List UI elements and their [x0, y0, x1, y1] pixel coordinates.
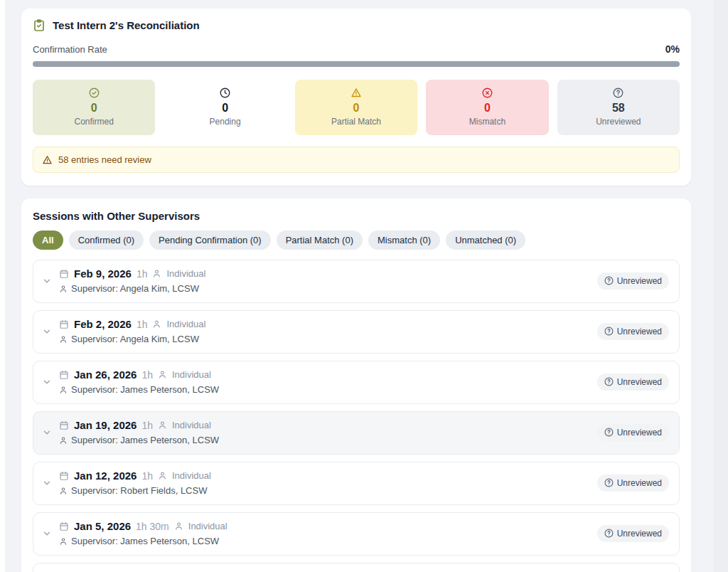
filter-chip-unmatched[interactable]: Unmatched (0) — [446, 231, 525, 250]
session-details: Feb 9, 2026 1h Individual Supervisor: An… — [59, 268, 597, 294]
stat-count: 0 — [432, 101, 542, 115]
filter-chips: All Confirmed (0) Pending Confirmation (… — [33, 231, 680, 250]
session-type: Individual — [166, 319, 205, 329]
chevron-down-icon[interactable] — [42, 478, 52, 491]
session-duration: 1h — [136, 268, 148, 280]
session-supervisor: Supervisor: James Peterson, LCSW — [71, 435, 219, 445]
stat-label: Unreviewed — [563, 117, 674, 127]
session-date: Jan 26, 2026 — [74, 369, 136, 381]
session-details: Jan 12, 2026 1h Individual Supervisor: R… — [59, 470, 597, 496]
stat-count: 58 — [563, 101, 674, 115]
stat-count: 0 — [38, 101, 149, 115]
filter-chip-mismatch[interactable]: Mismatch (0) — [368, 231, 440, 250]
confirmation-rate-progressbar — [33, 61, 680, 67]
sessions-title: Sessions with Other Supervisors — [33, 210, 680, 222]
person-icon — [152, 269, 161, 278]
session-row[interactable]: Jan 26, 2026 1h Individual Supervisor: J… — [33, 361, 680, 404]
session-duration: 1h 30m — [136, 521, 169, 532]
question-circle-icon — [604, 327, 614, 336]
session-date: Feb 2, 2026 — [74, 318, 132, 330]
stat-card-unreviewed: 58 Unreviewed — [557, 80, 680, 135]
calendar-icon — [59, 521, 69, 531]
clock-icon — [169, 87, 280, 99]
session-type: Individual — [188, 521, 228, 531]
session-duration: 1h — [141, 470, 153, 482]
status-badge-label: Unreviewed — [617, 428, 662, 438]
session-list: Feb 9, 2026 1h Individual Supervisor: An… — [33, 260, 680, 572]
status-badge-label: Unreviewed — [617, 377, 662, 387]
session-date: Jan 5, 2026 — [74, 520, 131, 532]
calendar-icon — [59, 269, 69, 279]
session-row[interactable]: Feb 9, 2026 1h Individual Supervisor: An… — [33, 260, 680, 303]
session-row[interactable]: Jan 12, 2026 1h Individual Supervisor: R… — [33, 462, 680, 505]
page-left-edge — [0, 0, 5, 572]
question-circle-icon — [604, 377, 614, 386]
chevron-down-icon[interactable] — [42, 529, 52, 541]
person-icon — [158, 420, 167, 430]
session-row[interactable]: Dec 29, 2025 1h Individual — [33, 563, 680, 572]
chevron-down-icon[interactable] — [42, 428, 52, 440]
session-row[interactable]: Feb 2, 2026 1h Individual Supervisor: An… — [33, 310, 680, 354]
session-type: Individual — [172, 420, 211, 430]
session-details: Feb 2, 2026 1h Individual Supervisor: An… — [59, 318, 597, 344]
chevron-down-icon[interactable] — [42, 276, 52, 289]
session-supervisor: Supervisor: Angela Kim, LCSW — [71, 334, 199, 344]
question-circle-icon — [604, 276, 614, 285]
stat-card-mismatch: 0 Mismatch — [426, 80, 548, 135]
person-icon — [59, 436, 68, 445]
session-supervisor: Supervisor: Robert Fields, LCSW — [71, 485, 207, 496]
person-icon — [158, 471, 167, 480]
filter-chip-pending-confirmation[interactable]: Pending Confirmation (0) — [149, 231, 271, 250]
check-circle-icon — [38, 87, 149, 99]
chevron-down-icon[interactable] — [42, 327, 52, 339]
question-circle-icon — [604, 529, 614, 538]
session-date: Feb 9, 2026 — [74, 268, 132, 280]
stat-label: Mismatch — [432, 117, 542, 127]
filter-chip-all[interactable]: All — [33, 231, 63, 250]
person-icon — [152, 319, 161, 329]
x-circle-icon — [432, 87, 542, 99]
stat-card-pending: 0 Pending — [164, 80, 286, 135]
status-badge: Unreviewed — [597, 424, 669, 441]
filter-chip-partial-match[interactable]: Partial Match (0) — [277, 231, 363, 250]
session-type: Individual — [172, 369, 211, 380]
session-supervisor: Supervisor: James Peterson, LCSW — [71, 384, 219, 395]
status-badge-label: Unreviewed — [617, 276, 662, 286]
question-circle-icon — [563, 87, 674, 99]
status-stat-cards: 0 Confirmed 0 Pending 0 Partial Match — [33, 80, 680, 135]
person-icon — [59, 285, 68, 293]
session-type: Individual — [172, 470, 211, 481]
session-date: Jan 19, 2026 — [74, 419, 136, 431]
main-content: Test Intern 2's Reconciliation Confirmat… — [21, 9, 691, 572]
session-row[interactable]: Jan 5, 2026 1h 30m Individual Supervisor… — [33, 512, 680, 556]
session-duration: 1h — [136, 319, 148, 330]
stat-label: Pending — [169, 117, 280, 127]
session-details: Jan 26, 2026 1h Individual Supervisor: J… — [59, 369, 597, 395]
person-icon — [59, 537, 68, 546]
stat-card-partial-match: 0 Partial Match — [295, 80, 417, 135]
person-icon — [59, 386, 68, 394]
stat-label: Partial Match — [301, 117, 412, 127]
review-alert-text: 58 entries need review — [58, 154, 151, 165]
session-date: Jan 12, 2026 — [74, 470, 136, 482]
stat-card-confirmed: 0 Confirmed — [33, 80, 155, 135]
question-circle-icon — [604, 428, 614, 437]
status-badge: Unreviewed — [597, 272, 669, 290]
status-badge-label: Unreviewed — [617, 478, 662, 488]
status-badge-label: Unreviewed — [617, 327, 662, 337]
status-badge-label: Unreviewed — [617, 529, 662, 539]
confirmation-rate-value: 0% — [665, 43, 680, 55]
session-duration: 1h — [141, 420, 153, 431]
filter-chip-confirmed[interactable]: Confirmed (0) — [69, 231, 144, 250]
clipboard-check-icon — [33, 18, 46, 32]
session-row[interactable]: Jan 19, 2026 1h Individual Supervisor: J… — [33, 411, 680, 455]
reconciliation-card: Test Intern 2's Reconciliation Confirmat… — [21, 9, 691, 186]
scrollbar-gutter[interactable] — [714, 0, 728, 572]
person-icon — [158, 370, 167, 379]
status-badge: Unreviewed — [597, 374, 669, 391]
question-circle-icon — [604, 478, 614, 487]
warning-triangle-icon — [301, 87, 412, 99]
stat-label: Confirmed — [38, 117, 149, 127]
chevron-down-icon[interactable] — [42, 377, 52, 390]
session-supervisor: Supervisor: James Peterson, LCSW — [71, 536, 219, 546]
